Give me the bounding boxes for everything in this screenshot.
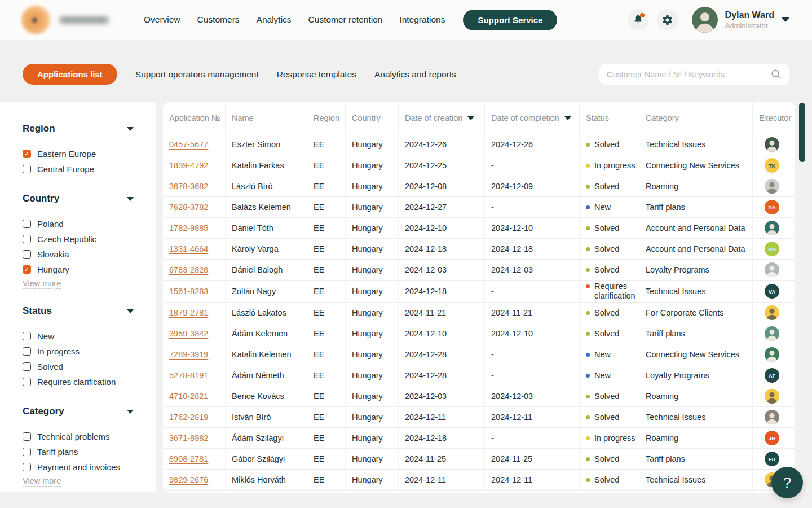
executor-avatar[interactable]	[765, 305, 779, 320]
checkbox[interactable]	[23, 463, 31, 471]
nav-item-customer-retention[interactable]: Customer retention	[308, 15, 383, 25]
view-more-link[interactable]: View more	[23, 279, 61, 289]
executor-avatar[interactable]: FR	[765, 452, 779, 466]
executor-avatar[interactable]: AF	[765, 368, 779, 383]
application-link[interactable]: 7628-3782	[169, 203, 208, 212]
filter-option[interactable]: Slovakia	[23, 247, 134, 262]
application-link[interactable]: 3671-8982	[169, 433, 208, 443]
chevron-down-icon[interactable]	[127, 309, 134, 313]
cell-application-no: 1839-4792	[163, 155, 226, 176]
application-link[interactable]: 1782-9885	[169, 224, 208, 233]
help-button[interactable]: ?	[771, 467, 803, 498]
checkbox[interactable]	[23, 378, 31, 386]
executor-avatar[interactable]	[765, 410, 779, 424]
executor-avatar[interactable]: JH	[765, 431, 779, 445]
tab-support-operators-management[interactable]: Support operators management	[135, 69, 259, 80]
filter-option[interactable]: Technical problems	[23, 429, 134, 444]
status-label: Requires clarification	[594, 282, 636, 301]
executor-avatar[interactable]: VA	[765, 284, 779, 299]
filter-option[interactable]: Poland	[23, 216, 134, 231]
checkbox[interactable]	[23, 332, 31, 340]
checkbox[interactable]	[23, 448, 31, 456]
user-avatar	[692, 7, 718, 33]
executor-avatar[interactable]	[765, 347, 779, 362]
executor-avatar[interactable]	[765, 179, 779, 194]
executor-avatar[interactable]: RB	[765, 242, 779, 256]
vertical-scrollbar-thumb[interactable]	[799, 103, 805, 162]
application-link[interactable]: 1762-2819	[169, 413, 208, 422]
chevron-down-icon[interactable]	[127, 197, 134, 201]
cell-date-of-completion: -	[485, 365, 580, 386]
application-link[interactable]: 8908-2781	[169, 454, 208, 464]
application-link[interactable]: 3678-3682	[169, 182, 208, 191]
application-link[interactable]: 9829-2676	[169, 475, 208, 485]
checkbox[interactable]	[23, 432, 31, 441]
table-row: 1839-4792Katalin FarkasEEHungary2024-12-…	[163, 155, 795, 176]
view-more-link[interactable]: View more	[23, 476, 61, 487]
filter-option[interactable]: In progress	[23, 344, 134, 359]
app-logo[interactable]	[21, 5, 109, 34]
cell-executor: RB	[753, 239, 795, 259]
executor-avatar[interactable]	[765, 137, 779, 152]
status-indicator: Solved	[586, 140, 619, 150]
filter-option[interactable]: ✓Hungary	[23, 262, 134, 277]
sort-desc-icon[interactable]	[564, 116, 571, 120]
application-link[interactable]: 6783-2828	[169, 265, 208, 275]
application-link[interactable]: 4710-2821	[169, 392, 208, 401]
checkbox-checked[interactable]: ✓	[23, 150, 31, 158]
application-link[interactable]: 3959-3842	[169, 329, 208, 339]
filter-option[interactable]: ✓Eastern Europe	[23, 146, 134, 161]
application-link[interactable]: 0457-5677	[169, 140, 208, 150]
checkbox[interactable]	[23, 165, 31, 173]
nav-item-integrations[interactable]: Integrations	[399, 15, 445, 25]
executor-avatar[interactable]	[765, 389, 779, 404]
checkbox[interactable]	[23, 347, 31, 356]
application-link[interactable]: 5278-8191	[169, 371, 208, 380]
cell-status: In progress	[580, 428, 639, 448]
filter-option[interactable]: Solved	[23, 359, 134, 374]
filter-option[interactable]: Central Europe	[23, 161, 134, 177]
checkbox-checked[interactable]: ✓	[23, 265, 31, 274]
executor-avatar[interactable]: DA	[765, 200, 779, 214]
search-input[interactable]	[607, 70, 770, 79]
filter-option[interactable]: Payment and invoices	[23, 459, 134, 475]
chevron-down-icon[interactable]	[127, 410, 134, 414]
checkbox[interactable]	[23, 220, 31, 228]
filter-option[interactable]: Tariff plans	[23, 444, 134, 459]
application-link[interactable]: 1561-8283	[169, 287, 208, 296]
application-link[interactable]: 1331-4664	[169, 244, 208, 254]
checkbox[interactable]	[23, 235, 31, 243]
user-menu[interactable]: Dylan Ward Administrator	[692, 7, 789, 33]
support-service-button[interactable]: Support Service	[463, 10, 557, 30]
column-header-executor: Executor	[753, 102, 795, 134]
column-header-date-of-completion[interactable]: Date of completion	[485, 102, 580, 134]
filter-option-label: Central Europe	[37, 164, 94, 174]
cell-name: István Bíró	[226, 407, 307, 427]
nav-item-overview[interactable]: Overview	[144, 15, 180, 25]
application-link[interactable]: 7289-3919	[169, 350, 208, 360]
cell-application-no: 8908-2781	[163, 449, 226, 469]
search-box[interactable]	[599, 64, 789, 85]
checkbox[interactable]	[23, 362, 31, 371]
column-header-date-of-creation[interactable]: Date of creation	[399, 102, 485, 134]
settings-button[interactable]	[657, 9, 678, 30]
executor-avatar[interactable]	[765, 326, 779, 341]
filter-option[interactable]: New	[23, 329, 134, 344]
nav-item-analytics[interactable]: Analytics	[257, 15, 292, 25]
tab-applications-list[interactable]: Applications list	[23, 64, 117, 85]
notifications-button[interactable]	[628, 9, 649, 30]
application-link[interactable]: 1879-2781	[169, 308, 208, 318]
tab-analytics-and-reports[interactable]: Analytics and reports	[374, 69, 456, 80]
nav-item-customers[interactable]: Customers	[197, 15, 240, 25]
sort-desc-icon[interactable]	[467, 116, 474, 120]
application-link[interactable]: 1839-4792	[169, 161, 208, 170]
filter-option[interactable]: Czech Republic	[23, 231, 134, 247]
filter-option[interactable]: Requires clarification	[23, 374, 134, 389]
chevron-down-icon[interactable]	[127, 127, 134, 131]
checkbox[interactable]	[23, 250, 31, 259]
executor-avatar[interactable]	[765, 221, 779, 235]
tab-response-templates[interactable]: Response templates	[277, 69, 356, 80]
executor-avatar[interactable]	[765, 262, 779, 277]
search-icon[interactable]	[770, 68, 782, 80]
executor-avatar[interactable]: TK	[765, 158, 779, 173]
